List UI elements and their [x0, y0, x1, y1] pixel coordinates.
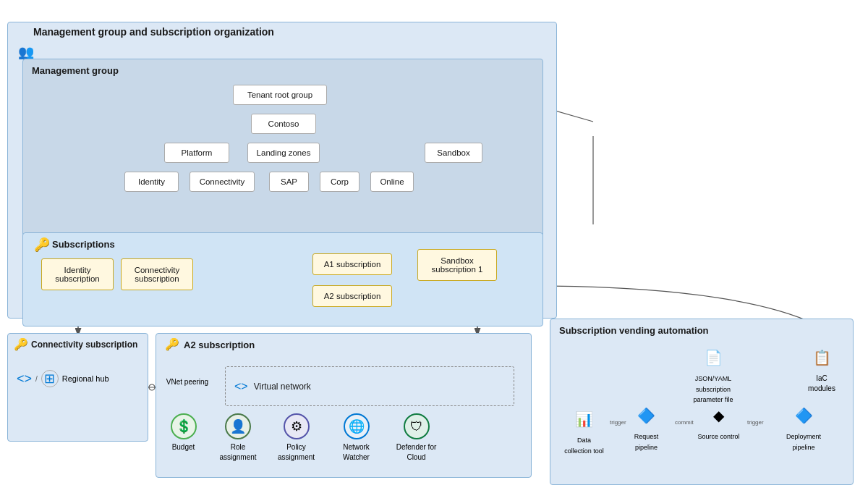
budget-label: Budget	[172, 443, 195, 451]
network-watcher-icon: 🌐	[344, 413, 370, 439]
data-collection-item: 📊 Data collection tool	[561, 406, 608, 455]
a2-sub-box-main: A2 subscription	[312, 285, 392, 307]
role-assignment-label: Role assignment	[219, 443, 256, 461]
online-node: Online	[370, 172, 414, 192]
trigger2-label: trigger	[747, 419, 764, 426]
budget-icon: 💲	[171, 413, 197, 439]
conn-sub-section: 🔑 Connectivity subscription <> / ⊞ Regio…	[7, 333, 148, 442]
iac-modules-item: 📋 IaC modules	[796, 345, 847, 393]
role-assignment-icon: 👤	[225, 413, 251, 439]
network-watcher-label: Network Watcher	[343, 443, 370, 461]
deployment-pipeline-icon: 🔷	[791, 403, 817, 429]
defender-label: Defender for Cloud	[396, 443, 437, 461]
deployment-pipeline-item: 🔷 Deployment pipeline	[775, 403, 833, 452]
source-control-icon: ◆	[706, 403, 732, 429]
vending-title: Subscription vending automation	[559, 325, 709, 336]
vnet-peering-label: VNet peering	[162, 377, 213, 387]
vending-section: Subscription vending automation 📄 JSON/Y…	[550, 319, 854, 485]
virtual-network-box: <> Virtual network	[225, 366, 514, 406]
regional-hub-label: Regional hub	[62, 374, 109, 383]
hub-icon: ⊞	[41, 370, 59, 387]
main-title: Management group and subscription organi…	[33, 26, 274, 38]
budget-item: 💲 Budget	[163, 413, 203, 452]
corp-node: Corp	[320, 172, 359, 192]
regional-hub-row: <> / ⊞ Regional hub	[17, 370, 109, 387]
deployment-pipeline-label: Deployment pipeline	[786, 433, 821, 451]
sap-node: SAP	[269, 172, 309, 192]
virtual-network-label: Virtual network	[254, 382, 311, 392]
defender-item: 🛡 Defender for Cloud	[393, 413, 440, 462]
iac-modules-label: IaC modules	[808, 374, 835, 392]
mgmt-group-box: Management group Tenant root group Conto…	[22, 59, 543, 261]
platform-node: Platform	[164, 143, 229, 163]
iac-modules-icon: 📋	[809, 345, 835, 371]
policy-assignment-icon: ⚙	[284, 413, 310, 439]
defender-icon: 🛡	[404, 413, 430, 439]
request-pipeline-icon: 🔷	[634, 403, 660, 429]
a2-sub-title: A2 subscription	[184, 340, 255, 350]
param-file-item: 📄 JSON/YAML subscription parameter file	[684, 345, 742, 405]
request-pipeline-item: 🔷 Request pipeline	[623, 403, 670, 452]
policy-assignment-item: ⚙ Policy assignment	[273, 413, 320, 462]
network-watcher-item: 🌐 Network Watcher	[333, 413, 380, 462]
a2-icons-row: 💲 Budget 👤 Role assignment ⚙ Policy assi…	[163, 413, 440, 462]
svg-point-15	[149, 384, 155, 390]
mgmt-group-title: Management group	[32, 65, 119, 76]
main-blue-box: 👥 Management group and subscription orga…	[7, 22, 557, 319]
tenant-root-node: Tenant root group	[233, 85, 327, 105]
source-control-item: ◆ Source control	[695, 403, 742, 442]
connectivity-sub-box: Connectivity subscription	[121, 258, 193, 290]
commit-label: commit	[675, 419, 694, 426]
subscriptions-title: Subscriptions	[52, 239, 115, 250]
connectivity-node: Connectivity	[190, 172, 255, 192]
diagram-container: 👥 Management group and subscription orga…	[0, 0, 868, 493]
source-control-label: Source control	[697, 433, 739, 440]
a2-sub-section: 🔑 A2 subscription VNet peering <> Virtua…	[156, 333, 532, 478]
conn-sub-title: Connectivity subscription	[31, 340, 137, 350]
role-assignment-item: 👤 Role assignment	[216, 413, 260, 462]
sandbox-node: Sandbox	[425, 143, 482, 163]
terraform-icon: <>	[17, 371, 32, 387]
request-pipeline-label: Request pipeline	[634, 433, 659, 451]
data-collection-icon: 📊	[571, 406, 597, 432]
vnet-icon: <>	[234, 380, 248, 393]
a2-sub-key-icon: 🔑	[165, 337, 179, 351]
subscriptions-key-icon: 🔑	[34, 237, 50, 253]
a1-sub-box: A1 subscription	[312, 253, 392, 275]
landing-zones-node: Landing zones	[247, 143, 320, 163]
policy-assignment-label: Policy assignment	[278, 443, 315, 461]
param-file-icon: 📄	[700, 345, 726, 371]
contoso-node: Contoso	[251, 114, 316, 134]
subscriptions-box: 🔑 Subscriptions Identity subscription Co…	[22, 232, 543, 326]
conn-sub-key-icon: 🔑	[14, 337, 28, 351]
management-icon: 👥	[18, 44, 34, 60]
identity-sub-box: Identity subscription	[41, 258, 114, 290]
param-file-label: JSON/YAML subscription parameter file	[693, 375, 733, 403]
sandbox-sub-box: Sandbox subscription 1	[417, 249, 497, 281]
data-collection-label: Data collection tool	[564, 437, 604, 455]
identity-node: Identity	[124, 172, 179, 192]
